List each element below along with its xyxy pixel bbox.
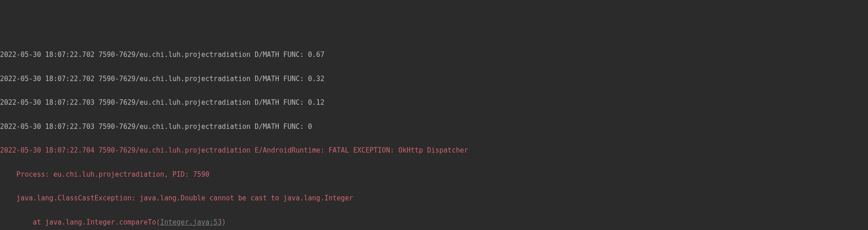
stack-text: ): [222, 218, 226, 226]
log-line-error: java.lang.ClassCastException: java.lang.…: [0, 192, 868, 204]
stack-text: at java.lang.Integer.compareTo(: [0, 218, 160, 226]
log-line-error: Process: eu.chi.luh.projectradiation, PI…: [0, 169, 868, 180]
log-line-debug: 2022-05-30 18:07:22.703 7590-7629/eu.chi…: [0, 97, 868, 108]
log-line-debug: 2022-05-30 18:07:22.703 7590-7629/eu.chi…: [0, 121, 868, 133]
log-line-debug: 2022-05-30 18:07:22.702 7590-7629/eu.chi…: [0, 73, 868, 85]
log-line-error: 2022-05-30 18:07:22.704 7590-7629/eu.chi…: [0, 144, 868, 156]
stack-frame: at java.lang.Integer.compareTo(Integer.j…: [0, 216, 868, 228]
source-link[interactable]: Integer.java:53: [160, 218, 221, 226]
log-line-debug: 2022-05-30 18:07:22.702 7590-7629/eu.chi…: [0, 49, 868, 61]
